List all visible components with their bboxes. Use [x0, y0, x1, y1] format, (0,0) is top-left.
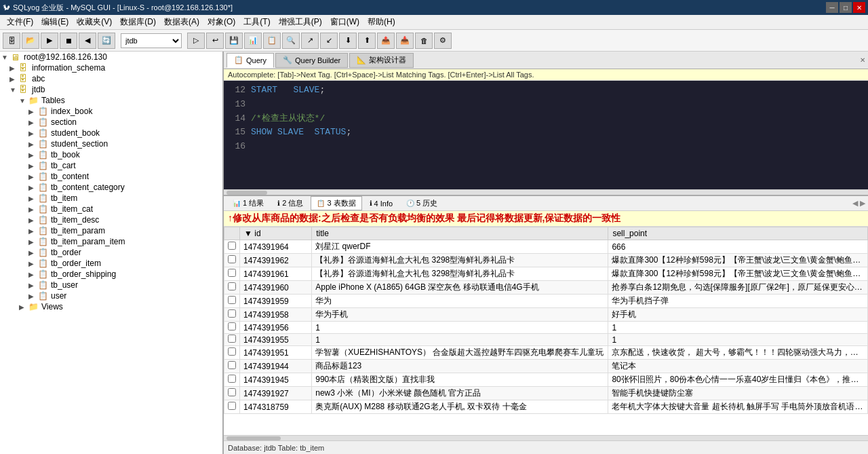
- toolbar-btn-12[interactable]: ↙: [320, 33, 338, 49]
- table-row[interactable]: 1474391961 【礼券】谷源道海鲜礼盒大礼包 3298型海鲜礼券礼品卡 爆…: [224, 267, 868, 281]
- menu-item-窗口W[interactable]: 窗口(W): [326, 15, 363, 29]
- tab-close-button[interactable]: ✕: [860, 56, 865, 64]
- sidebar-table-tb_item_cat[interactable]: ▶ 📋 tb_item_cat: [0, 204, 222, 214]
- table-expand-tb_order_shipping[interactable]: ▶: [28, 271, 38, 278]
- toolbar-refresh-btn[interactable]: 🔄: [98, 33, 115, 49]
- toolbar-btn-10[interactable]: 🔍: [282, 33, 300, 49]
- table-expand-tb_item_param_item[interactable]: ▶: [28, 238, 38, 246]
- table-expand-tb_content_category[interactable]: ▶: [28, 184, 38, 191]
- menu-item-工具T[interactable]: 工具(T): [239, 15, 274, 29]
- info-schema-expand[interactable]: ▶: [9, 64, 19, 72]
- menu-item-帮助H[interactable]: 帮助(H): [363, 15, 399, 29]
- toolbar-btn-15[interactable]: 📤: [377, 33, 395, 49]
- jtdb-expand[interactable]: ▼: [9, 86, 19, 94]
- result-tab-5[interactable]: 🕐 5 历史: [400, 196, 443, 210]
- toolbar-open-btn[interactable]: 📂: [22, 33, 39, 49]
- table-expand-student_book[interactable]: ▶: [28, 130, 38, 137]
- sidebar-item-jtdb[interactable]: ▼ 🗄 jtdb: [0, 84, 222, 95]
- toolbar-new-btn[interactable]: 🗄: [3, 33, 20, 49]
- menu-item-编辑E[interactable]: 编辑(E): [37, 15, 73, 29]
- sidebar-views-folder[interactable]: ▶ 📁 Views: [0, 301, 222, 312]
- tab-query[interactable]: 📋 Query: [226, 53, 274, 68]
- tables-expand[interactable]: ▼: [19, 97, 28, 105]
- table-expand-tb_item_desc[interactable]: ▶: [28, 216, 38, 224]
- toolbar-btn-13[interactable]: ⬇: [339, 33, 357, 49]
- table-expand-tb_content[interactable]: ▶: [28, 173, 38, 181]
- code-editor[interactable]: 12 START SLAVE; 13 14 /*检查主从状态*/ 15 SHOW…: [224, 81, 868, 189]
- row-checkbox-3[interactable]: [224, 281, 240, 295]
- row-checkbox-4[interactable]: [224, 295, 240, 308]
- row-checkbox-10[interactable]: [224, 373, 240, 387]
- toolbar-btn-17[interactable]: 🗑: [415, 33, 433, 49]
- sidebar-table-tb_item_param[interactable]: ▶ 📋 tb_item_param: [0, 225, 222, 236]
- sidebar-table-user[interactable]: ▶ 📋 user: [0, 290, 222, 301]
- menu-item-收藏夹V[interactable]: 收藏夹(V): [73, 15, 116, 29]
- sidebar-table-tb_content[interactable]: ▶ 📋 tb_content: [0, 171, 222, 182]
- col-sell-point[interactable]: sell_point: [608, 227, 868, 240]
- minimize-button[interactable]: ─: [826, 2, 838, 13]
- table-row[interactable]: 1474391960 Apple iPhone X (A1865) 64GB 深…: [224, 281, 868, 295]
- toolbar-btn-16[interactable]: 📥: [396, 33, 414, 49]
- database-selector[interactable]: jtdb: [121, 33, 182, 48]
- toolbar-btn-18[interactable]: ⚙: [434, 33, 452, 49]
- menu-item-数据表A[interactable]: 数据表(A): [160, 15, 203, 29]
- table-expand-tb_order[interactable]: ▶: [28, 249, 38, 257]
- table-expand-index_book[interactable]: ▶: [28, 108, 38, 115]
- table-row[interactable]: 1474318759 奥克斯(AUX) M288 移动联通2G老人手机, 双卡双…: [224, 400, 868, 414]
- toolbar-btn-9[interactable]: 📋: [263, 33, 281, 49]
- sidebar-table-tb_order_shipping[interactable]: ▶ 📋 tb_order_shipping: [0, 269, 222, 280]
- close-button[interactable]: ✕: [853, 2, 865, 13]
- table-row[interactable]: 1474391927 new3 小米（MI）小米米键 颜色随机 官方正品 智能手…: [224, 387, 868, 400]
- table-row[interactable]: 1474391959 华为 华为手机挡子弹: [224, 295, 868, 308]
- table-expand-tb_item_param[interactable]: ▶: [28, 227, 38, 235]
- sidebar-table-tb_user[interactable]: ▶ 📋 tb_user: [0, 280, 222, 290]
- toolbar-btn-8[interactable]: 📊: [244, 33, 262, 49]
- sidebar-tables-folder[interactable]: ▼ 📁 Tables: [0, 95, 222, 106]
- table-row[interactable]: 1474391956 1 1: [224, 322, 868, 334]
- menu-item-文件F[interactable]: 文件(F): [3, 15, 37, 29]
- result-tab-4[interactable]: ℹ 4 Info: [363, 197, 399, 210]
- sidebar-table-tb_content_category[interactable]: ▶ 📋 tb_content_category: [0, 182, 222, 193]
- sidebar-table-tb_item[interactable]: ▶ 📋 tb_item: [0, 193, 222, 204]
- result-tab-3[interactable]: 📋 3 表数据: [311, 196, 361, 210]
- maximize-button[interactable]: □: [840, 2, 852, 13]
- row-checkbox-6[interactable]: [224, 322, 240, 334]
- sidebar-table-tb_order[interactable]: ▶ 📋 tb_order: [0, 247, 222, 258]
- table-expand-user[interactable]: ▶: [28, 292, 38, 300]
- result-tab-2[interactable]: ℹ 2 信息: [271, 196, 309, 210]
- table-expand-tb_book[interactable]: ▶: [28, 151, 38, 159]
- tab-schema-designer[interactable]: 📐 架构设计器: [349, 53, 414, 68]
- sidebar-table-student_section[interactable]: ▶ 📋 student_section: [0, 138, 222, 149]
- menu-item-数据库D[interactable]: 数据库(D): [116, 15, 160, 29]
- sidebar-table-tb_item_param_item[interactable]: ▶ 📋 tb_item_param_item: [0, 236, 222, 247]
- table-expand-student_section[interactable]: ▶: [28, 140, 38, 148]
- sidebar-table-tb_cart[interactable]: ▶ 📋 tb_cart: [0, 160, 222, 171]
- col-id[interactable]: ▼ id: [240, 227, 312, 240]
- table-expand-tb_item_cat[interactable]: ▶: [28, 206, 38, 213]
- col-title[interactable]: title: [312, 227, 608, 240]
- toolbar-btn-11[interactable]: ↗: [301, 33, 319, 49]
- sidebar-table-tb_item_desc[interactable]: ▶ 📋 tb_item_desc: [0, 214, 222, 225]
- sidebar-table-index_book[interactable]: ▶ 📋 index_book: [0, 106, 222, 117]
- row-checkbox-8[interactable]: [224, 346, 240, 360]
- sidebar-root[interactable]: ▼ 🖥 root@192.168.126.130: [0, 52, 222, 62]
- sidebar-item-information-schema[interactable]: ▶ 🗄 information_schema: [0, 62, 222, 73]
- row-checkbox-7[interactable]: [224, 334, 240, 346]
- table-row[interactable]: 1474391955 1 1: [224, 334, 868, 346]
- abc-expand[interactable]: ▶: [9, 75, 19, 83]
- table-row[interactable]: 1474391964 刘星江 qwerDF 666: [224, 240, 868, 254]
- table-row[interactable]: 1474391944 商品标题123 笔记本: [224, 360, 868, 373]
- table-expand-section[interactable]: ▶: [28, 119, 38, 126]
- table-row[interactable]: 1474391958 华为手机 好手机: [224, 308, 868, 322]
- row-checkbox-11[interactable]: [224, 387, 240, 400]
- row-checkbox-12[interactable]: [224, 400, 240, 414]
- row-checkbox-5[interactable]: [224, 308, 240, 322]
- toolbar-btn-5[interactable]: ▷: [187, 33, 205, 49]
- toolbar-btn-14[interactable]: ⬆: [358, 33, 376, 49]
- table-row[interactable]: 1474391962 【礼券】谷源道海鲜礼盒大礼包 3298型海鲜礼券礼品卡 爆…: [224, 254, 868, 267]
- table-expand-tb_order_item[interactable]: ▶: [28, 260, 38, 267]
- views-expand[interactable]: ▶: [19, 303, 28, 311]
- toolbar-back-btn[interactable]: ◀: [79, 33, 96, 49]
- sidebar-table-section[interactable]: ▶ 📋 section: [0, 117, 222, 128]
- table-row[interactable]: 1474391945 990本店（精装图文版）直找非我 80张怀旧照片，80份本…: [224, 373, 868, 387]
